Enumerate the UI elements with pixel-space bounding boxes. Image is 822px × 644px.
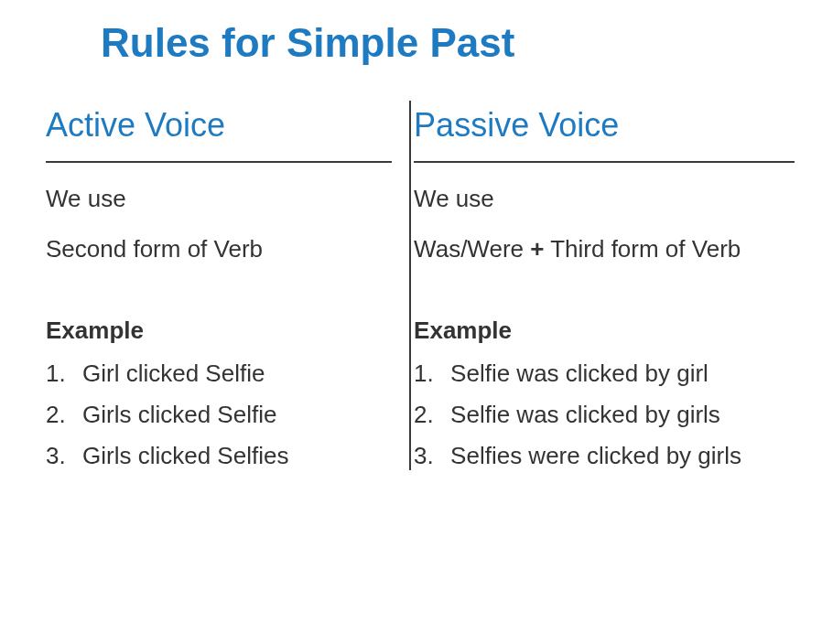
passive-voice-header: Passive Voice (414, 106, 795, 163)
active-example-label: Example (46, 315, 392, 347)
list-item: 1. Girl clicked Selfie (46, 360, 392, 388)
comparison-table: Active Voice We use Second form of Verb … (46, 101, 795, 470)
active-formula: Second form of Verb (46, 233, 392, 265)
list-text: Girls clicked Selfie (82, 401, 276, 429)
list-number: 1. (46, 360, 82, 388)
formula-post: Third form of Verb (544, 235, 741, 263)
passive-formula: Was/Were + Third form of Verb (414, 233, 795, 265)
list-number: 2. (414, 401, 450, 429)
list-text: Girls clicked Selfies (82, 442, 288, 470)
active-voice-header: Active Voice (46, 106, 392, 163)
passive-example-label: Example (414, 315, 795, 347)
passive-we-use: We use (414, 183, 795, 215)
list-item: 1. Selfie was clicked by girl (414, 360, 795, 388)
list-item: 3. Girls clicked Selfies (46, 442, 392, 470)
active-voice-column: Active Voice We use Second form of Verb … (46, 101, 401, 470)
list-item: 2. Selfie was clicked by girls (414, 401, 795, 429)
passive-voice-column: Passive Voice We use Was/Were + Third fo… (401, 101, 795, 470)
list-text: Selfies were clicked by girls (450, 442, 741, 470)
list-number: 3. (46, 442, 82, 470)
page-title: Rules for Simple Past (101, 20, 795, 66)
active-example-list: 1. Girl clicked Selfie 2. Girls clicked … (46, 360, 392, 470)
active-we-use: We use (46, 183, 392, 215)
list-item: 2. Girls clicked Selfie (46, 401, 392, 429)
column-divider (409, 101, 411, 470)
passive-example-list: 1. Selfie was clicked by girl 2. Selfie … (414, 360, 795, 470)
list-text: Girl clicked Selfie (82, 360, 265, 388)
list-item: 3. Selfies were clicked by girls (414, 442, 795, 470)
list-text: Selfie was clicked by girl (450, 360, 708, 388)
list-number: 2. (46, 401, 82, 429)
formula-pre: Was/Were (414, 235, 530, 263)
list-number: 3. (414, 442, 450, 470)
list-text: Selfie was clicked by girls (450, 401, 720, 429)
formula-plus: + (530, 235, 544, 263)
list-number: 1. (414, 360, 450, 388)
